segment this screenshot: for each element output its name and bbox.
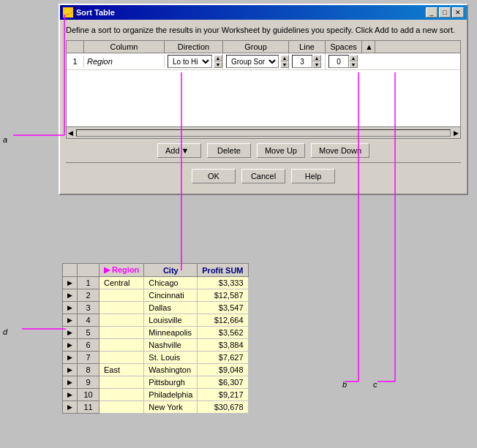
spaces-input[interactable]: [328, 55, 349, 68]
row-indicator: ▶: [63, 289, 78, 302]
help-button[interactable]: Help: [291, 169, 335, 183]
header-line: Line: [289, 41, 326, 53]
sort-table-dialog: 🔑 Sort Table _ □ ✕ Define a sort to orga…: [59, 4, 468, 195]
line-input[interactable]: [292, 55, 312, 68]
row-profit: $12,664: [198, 314, 248, 327]
spaces-down-btn[interactable]: ▼: [349, 61, 358, 68]
row-num: 8: [78, 364, 99, 376]
row-city: Philadelphia: [144, 389, 198, 401]
row-city: Louisville: [144, 314, 198, 327]
row-num: 7: [78, 352, 99, 364]
scroll-right-btn[interactable]: ▶: [452, 129, 460, 137]
table-row: ▶ 1 Central Chicago $3,333: [63, 277, 249, 289]
minimize-button[interactable]: _: [426, 7, 437, 18]
row-num: 1: [78, 277, 99, 289]
row-profit: $12,587: [198, 289, 248, 302]
table-row: ▶ 9 Pittsburgh $6,307: [63, 376, 249, 389]
direction-down-btn[interactable]: ▼: [214, 61, 222, 68]
header-group: Group: [223, 41, 289, 53]
row-indicator: ▶: [63, 277, 78, 289]
table-row: ▶ 2 Cincinnati $12,587: [63, 289, 249, 302]
spaces-spin-btns: ▲ ▼: [349, 55, 358, 68]
sort-grid-header: Column Direction Group Line Spaces ▲: [67, 41, 460, 53]
row-region: [99, 289, 144, 302]
row-num: 10: [78, 389, 99, 401]
header-spaces: Spaces: [326, 41, 362, 53]
close-button[interactable]: ✕: [452, 7, 464, 18]
table-row: ▶ 5 Minneapolis $3,562: [63, 327, 249, 339]
title-bar-left: 🔑 Sort Table: [63, 7, 115, 18]
scroll-left-btn[interactable]: ◀: [67, 129, 75, 137]
header-scroll: ▲: [362, 41, 375, 53]
line-up-btn[interactable]: ▲: [312, 55, 321, 61]
sort-grid-body: 1 Region Lo to Hi Hi to Lo ▲ ▼: [67, 53, 460, 126]
sort-grid: Column Direction Group Line Spaces ▲ 1 R…: [66, 40, 461, 139]
move-up-button[interactable]: Move Up: [257, 143, 305, 158]
add-label: Add: [165, 146, 180, 155]
row-indicator: ▶: [63, 389, 78, 401]
direction-select[interactable]: Lo to Hi Hi to Lo: [168, 55, 212, 68]
title-bar: 🔑 Sort Table _ □ ✕: [60, 5, 467, 20]
window-content: Define a sort to organize the results in…: [60, 20, 467, 194]
row-region: [99, 327, 144, 339]
row-profit: $9,217: [198, 389, 248, 401]
delete-button[interactable]: Delete: [207, 143, 251, 158]
group-down-btn[interactable]: ▼: [280, 61, 289, 68]
sort-row-line: ▲ ▼: [289, 53, 326, 69]
sort-row-column: Region: [84, 56, 165, 67]
row-indicator: ▶: [63, 339, 78, 352]
spaces-up-btn[interactable]: ▲: [349, 55, 358, 61]
group-select[interactable]: Group Sort No Group: [226, 55, 279, 68]
line-down-btn[interactable]: ▼: [312, 61, 321, 68]
direction-up-btn[interactable]: ▲: [214, 55, 222, 61]
action-button-row: Add ▼ Delete Move Up Move Down: [66, 143, 461, 158]
line-spinbox: ▲ ▼: [292, 55, 321, 68]
row-num: 11: [78, 401, 99, 414]
row-num: 5: [78, 327, 99, 339]
spaces-spinbox: ▲ ▼: [328, 55, 358, 68]
row-region: [99, 389, 144, 401]
row-city: Pittsburgh: [144, 376, 198, 389]
ok-button[interactable]: OK: [192, 169, 236, 183]
row-indicator: ▶: [63, 314, 78, 327]
row-city: Minneapolis: [144, 327, 198, 339]
table-row: ▶ 4 Louisville $12,664: [63, 314, 249, 327]
row-profit: $3,333: [198, 277, 248, 289]
row-num: 2: [78, 289, 99, 302]
row-city: Dallas: [144, 302, 198, 314]
data-table-container: ▶ Region City Profit SUM ▶ 1 Central Chi…: [62, 263, 355, 414]
row-profit: $9,048: [198, 364, 248, 376]
sort-row-num: 1: [67, 56, 84, 67]
th-rownum: [78, 264, 99, 277]
move-down-button[interactable]: Move Down: [311, 143, 369, 158]
row-profit: $7,627: [198, 352, 248, 364]
horizontal-scrollbar[interactable]: ◀ ▶: [67, 126, 460, 138]
column-value: Region: [87, 57, 113, 66]
maximize-button[interactable]: □: [439, 7, 451, 18]
row-indicator: ▶: [63, 302, 78, 314]
row-region: [99, 339, 144, 352]
dialog-title: Sort Table: [76, 8, 115, 17]
table-row: ▶ 3 Dallas $3,547: [63, 302, 249, 314]
table-row: ▶ 11 New York $30,678: [63, 401, 249, 414]
sort-row-1: 1 Region Lo to Hi Hi to Lo ▲ ▼: [67, 53, 460, 70]
row-city: St. Louis: [144, 352, 198, 364]
row-region: Central: [99, 277, 144, 289]
sort-row-direction: Lo to Hi Hi to Lo ▲ ▼: [165, 53, 223, 69]
add-dropdown-arrow[interactable]: ▼: [181, 146, 189, 155]
label-c: c: [373, 380, 378, 389]
row-indicator: ▶: [63, 364, 78, 376]
row-profit: $3,884: [198, 339, 248, 352]
th-region: ▶ Region: [99, 264, 144, 277]
line-spin-btns: ▲ ▼: [312, 55, 321, 68]
scroll-track: [76, 129, 451, 137]
row-num: 6: [78, 339, 99, 352]
row-profit: $30,678: [198, 401, 248, 414]
add-button[interactable]: Add ▼: [157, 143, 201, 158]
group-up-btn[interactable]: ▲: [280, 55, 289, 61]
row-city: Nashville: [144, 339, 198, 352]
title-icon: 🔑: [63, 7, 73, 18]
cancel-button[interactable]: Cancel: [241, 169, 285, 183]
th-profit: Profit SUM: [198, 264, 248, 277]
row-indicator: ▶: [63, 352, 78, 364]
